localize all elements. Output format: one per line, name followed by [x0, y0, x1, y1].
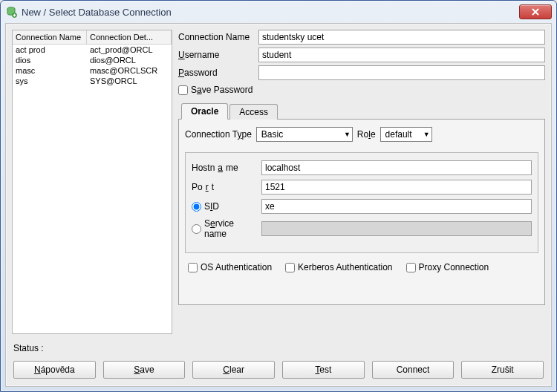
- port-input[interactable]: [261, 180, 532, 195]
- connections-header: Connection Name Connection Det...: [13, 30, 172, 45]
- label-service-name: Service name: [204, 218, 257, 239]
- sid-input[interactable]: [261, 199, 532, 214]
- client-area: Connection Name Connection Det... act pr…: [5, 23, 552, 387]
- password-input[interactable]: [258, 65, 545, 80]
- label-username: Username: [178, 50, 254, 60]
- service-name-radio[interactable]: [192, 224, 201, 234]
- kerberos-auth-checkbox[interactable]: [285, 263, 295, 272]
- label-connection-name: Connection Name: [178, 32, 254, 42]
- connect-button[interactable]: Connect: [372, 361, 455, 379]
- col-connection-details[interactable]: Connection Det...: [87, 30, 172, 44]
- label-password: Password: [178, 68, 254, 78]
- window-title: New / Select Database Connection: [22, 7, 172, 18]
- connection-name-input[interactable]: [258, 30, 545, 45]
- button-bar: Nápověda Save Clear Test Connect Zrušit: [6, 356, 551, 386]
- service-radio-group: Service name: [192, 218, 257, 239]
- app-icon: [5, 6, 17, 18]
- role-select[interactable]: default ▼: [380, 127, 432, 142]
- titlebar: New / Select Database Connection: [1, 1, 556, 23]
- os-auth-option[interactable]: OS Authentication: [188, 262, 272, 272]
- connection-row[interactable]: act prod act_prod@ORCL: [13, 45, 172, 55]
- db-tabs: Oracle Access Connection Type Basic ▼: [178, 102, 545, 305]
- close-button[interactable]: [519, 4, 552, 19]
- chevron-down-icon: ▼: [419, 131, 430, 138]
- test-button[interactable]: Test: [282, 361, 365, 379]
- basic-connection-box: Hostname Port: [185, 152, 538, 253]
- chevron-down-icon: ▼: [339, 131, 351, 138]
- tab-oracle[interactable]: Oracle: [181, 103, 228, 120]
- label-save-password: Save Password: [191, 85, 253, 95]
- tab-body-oracle: Connection Type Basic ▼ Role default: [178, 120, 545, 305]
- service-name-input: [261, 221, 532, 236]
- clear-button[interactable]: Clear: [192, 361, 275, 379]
- label-role: Role: [357, 129, 376, 140]
- sid-radio-group: SID: [192, 201, 257, 212]
- close-icon: [531, 8, 540, 16]
- sid-radio[interactable]: [192, 202, 201, 212]
- help-button[interactable]: Nápověda: [13, 361, 96, 379]
- label-sid: SID: [204, 201, 219, 212]
- cancel-button[interactable]: Zrušit: [461, 361, 544, 379]
- dialog-window: New / Select Database Connection Connect…: [0, 0, 557, 392]
- connection-row[interactable]: dios dios@ORCL: [13, 55, 172, 65]
- connections-list: Connection Name Connection Det... act pr…: [12, 30, 172, 334]
- connection-row[interactable]: sys SYS@ORCL: [13, 76, 172, 86]
- col-connection-name[interactable]: Connection Name: [13, 30, 87, 44]
- status-bar: Status :: [6, 340, 551, 356]
- username-input[interactable]: [258, 48, 545, 62]
- tab-access[interactable]: Access: [229, 104, 278, 120]
- connection-type-select[interactable]: Basic ▼: [256, 127, 353, 142]
- hostname-input[interactable]: [261, 160, 532, 175]
- proxy-connection-checkbox[interactable]: [406, 263, 416, 272]
- save-button[interactable]: Save: [103, 361, 186, 379]
- kerberos-auth-option[interactable]: Kerberos Authentication: [285, 262, 392, 272]
- label-port: Port: [192, 182, 257, 192]
- label-hostname: Hostname: [192, 163, 257, 173]
- connection-row[interactable]: masc masc@ORCLSCR: [13, 65, 172, 76]
- label-connection-type: Connection Type: [185, 129, 252, 140]
- os-auth-checkbox[interactable]: [188, 263, 198, 272]
- proxy-connection-option[interactable]: Proxy Connection: [406, 262, 489, 272]
- save-password-checkbox[interactable]: [178, 85, 188, 95]
- connection-form: Connection Name Username Password: [178, 30, 545, 334]
